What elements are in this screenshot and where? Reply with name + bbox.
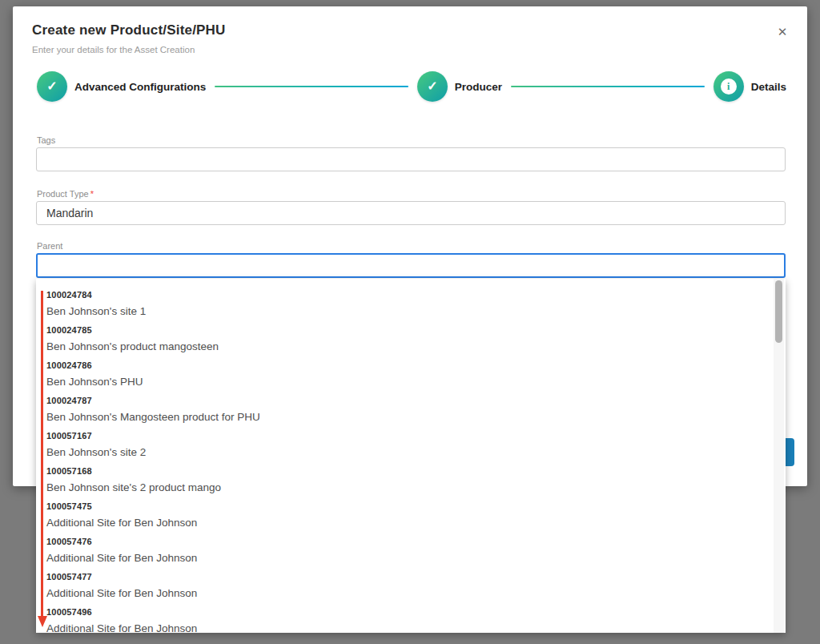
- option-item[interactable]: 100057496 Additional Site for Ben Johnso…: [46, 602, 765, 633]
- modal-subtitle: Enter your details for the Asset Creatio…: [32, 44, 759, 56]
- info-icon: i: [721, 78, 737, 95]
- parent-field-group: Parent: [36, 240, 786, 278]
- tags-label: Tags: [37, 135, 786, 146]
- option-name: Ben Johnson's PHU: [46, 374, 765, 390]
- option-id: 100057477: [46, 571, 765, 583]
- tags-field-group: Tags: [36, 135, 786, 171]
- step-connector: [511, 86, 705, 87]
- option-id: 100057496: [46, 606, 765, 618]
- option-name: Additional Site for Ben Johnson: [46, 586, 765, 602]
- step-circle-complete: ✓: [37, 71, 67, 102]
- option-item[interactable]: 100024787 Ben Johnson's Mangosteen produ…: [46, 391, 765, 426]
- option-id: 100057167: [46, 430, 765, 442]
- dropdown-scrollbar-thumb[interactable]: [775, 280, 782, 343]
- modal-title: Create new Product/Site/PHU: [32, 21, 759, 40]
- screen: ✕ Create new Product/Site/PHU Enter your…: [0, 0, 820, 644]
- parent-options-dropdown: 100024784 Ben Johnson's site 1 100024785…: [36, 279, 786, 633]
- option-item[interactable]: 100057476 Additional Site for Ben Johnso…: [46, 532, 765, 567]
- option-name: Additional Site for Ben Johnson: [46, 515, 765, 531]
- option-id: 100024785: [46, 324, 765, 336]
- step-connector: [215, 86, 408, 87]
- step-label: Producer: [455, 81, 502, 93]
- option-name: Additional Site for Ben Johnson: [46, 621, 765, 633]
- step-label: Advanced Configurations: [74, 81, 206, 93]
- step-label: Details: [751, 81, 786, 93]
- option-name: Ben Johnson's product mangosteen: [46, 339, 765, 355]
- step-details[interactable]: i Details: [713, 71, 786, 102]
- option-id: 100024784: [46, 289, 765, 301]
- option-name: Ben Johnson's site 1: [46, 304, 765, 320]
- option-item[interactable]: 100057168 Ben Johnson site's 2 product m…: [46, 461, 765, 497]
- option-id: 100024787: [46, 395, 765, 407]
- option-id: 100057168: [46, 465, 765, 477]
- option-name: Additional Site for Ben Johnson: [46, 550, 765, 566]
- option-item[interactable]: 100024786 Ben Johnson's PHU: [46, 356, 765, 391]
- option-list: 100024784 Ben Johnson's site 1 100024785…: [36, 279, 786, 633]
- step-advanced-configurations[interactable]: ✓ Advanced Configurations: [37, 71, 206, 102]
- step-circle-current: i: [713, 71, 744, 102]
- parent-label: Parent: [37, 240, 786, 252]
- option-id: 100024786: [46, 360, 765, 372]
- option-name: Ben Johnson's Mangosteen product for PHU: [46, 409, 765, 425]
- product-type-field-group: Product Type*: [36, 188, 786, 225]
- modal-header: Create new Product/Site/PHU Enter your d…: [32, 21, 759, 56]
- required-asterisk: *: [90, 189, 94, 199]
- option-name: Ben Johnson's site 2: [46, 445, 765, 461]
- option-item[interactable]: 100024785 Ben Johnson's product mangoste…: [46, 320, 765, 356]
- option-id: 100057475: [46, 501, 765, 513]
- tags-input[interactable]: [36, 147, 786, 171]
- option-id: 100057476: [46, 536, 765, 548]
- step-circle-complete: ✓: [417, 71, 448, 102]
- option-item[interactable]: 100024784 Ben Johnson's site 1: [46, 285, 765, 320]
- check-icon: ✓: [46, 80, 57, 93]
- step-producer[interactable]: ✓ Producer: [417, 71, 502, 102]
- option-name: Ben Johnson site's 2 product mango: [46, 480, 765, 496]
- option-item[interactable]: 100057477 Additional Site for Ben Johnso…: [46, 567, 765, 602]
- check-icon: ✓: [427, 80, 437, 93]
- option-item[interactable]: 100057167 Ben Johnson's site 2: [46, 426, 765, 461]
- option-item[interactable]: 100057475 Additional Site for Ben Johnso…: [46, 497, 765, 532]
- parent-input[interactable]: [36, 253, 786, 278]
- product-type-input[interactable]: [36, 201, 786, 225]
- dropdown-scrollbar-track[interactable]: [774, 279, 784, 633]
- close-icon[interactable]: ✕: [774, 23, 791, 41]
- stepper: ✓ Advanced Configurations ✓ Producer i D…: [37, 71, 786, 102]
- product-type-label: Product Type*: [37, 188, 786, 199]
